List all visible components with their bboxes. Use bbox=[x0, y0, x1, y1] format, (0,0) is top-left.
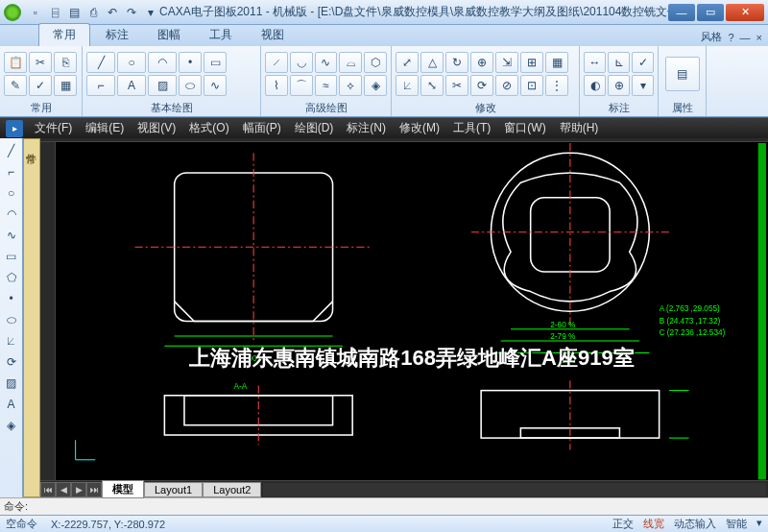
menu-annotate[interactable]: 标注(N) bbox=[341, 118, 392, 138]
adv2-button[interactable]: ◡ bbox=[290, 52, 313, 73]
drawing-canvas[interactable]: 100 A-A 2-60 % 2-79 % bbox=[56, 142, 768, 480]
ellipse-button[interactable]: ⬭ bbox=[179, 75, 202, 96]
tool-line-icon[interactable]: ╱ bbox=[3, 142, 20, 159]
properties-button[interactable]: ▤ bbox=[665, 57, 700, 91]
dim5-button[interactable]: ⊕ bbox=[608, 75, 630, 96]
status-dyninput[interactable]: 动态输入 bbox=[674, 517, 716, 531]
adv9-button[interactable]: ⟡ bbox=[339, 75, 362, 96]
rect-button[interactable]: ▭ bbox=[204, 52, 227, 73]
tab-prev-button[interactable]: ◀ bbox=[56, 482, 71, 497]
paste-button[interactable]: 📋 bbox=[4, 52, 27, 73]
menu-modify[interactable]: 修改(M) bbox=[394, 118, 445, 138]
qat-dropdown-icon[interactable]: ▾ bbox=[142, 4, 159, 21]
cut-button[interactable]: ✂ bbox=[29, 52, 52, 73]
menu-file[interactable]: 文件(F) bbox=[29, 118, 78, 138]
mod12-button[interactable]: ⊘ bbox=[495, 75, 518, 96]
mod3-button[interactable]: ↻ bbox=[445, 52, 468, 73]
brush-button[interactable]: ✎ bbox=[4, 75, 27, 96]
menu-app-icon[interactable]: ▸ bbox=[6, 120, 23, 137]
h-scrollbar[interactable] bbox=[263, 483, 766, 496]
ribbon-tab-view[interactable]: 视图 bbox=[248, 24, 298, 46]
select-button[interactable]: ▦ bbox=[54, 75, 77, 96]
point-button[interactable]: • bbox=[179, 52, 202, 73]
mod5-button[interactable]: ⇲ bbox=[495, 52, 518, 73]
copy-button[interactable]: ⎘ bbox=[54, 52, 77, 73]
adv8-button[interactable]: ≈ bbox=[315, 75, 338, 96]
hatch-button[interactable]: ▨ bbox=[148, 75, 177, 96]
menu-view[interactable]: 视图(V) bbox=[132, 118, 181, 138]
menu-format[interactable]: 格式(O) bbox=[183, 118, 234, 138]
menu-tools[interactable]: 工具(T) bbox=[447, 118, 496, 138]
mod1-button[interactable]: ⤢ bbox=[396, 52, 419, 73]
mod8-button[interactable]: ⟀ bbox=[396, 75, 419, 96]
adv6-button[interactable]: ⌇ bbox=[265, 75, 288, 96]
circle-button[interactable]: ○ bbox=[117, 52, 146, 73]
layout-tab-1[interactable]: Layout1 bbox=[144, 482, 203, 497]
pline-button[interactable]: ⌐ bbox=[86, 75, 115, 96]
menu-window[interactable]: 窗口(W) bbox=[498, 118, 551, 138]
doc-close-icon[interactable]: × bbox=[756, 32, 762, 43]
ribbon-tab-tools[interactable]: 工具 bbox=[196, 24, 246, 46]
ribbon-tab-annotate[interactable]: 标注 bbox=[92, 24, 142, 46]
qat-undo-icon[interactable]: ↶ bbox=[104, 4, 121, 21]
tool-poly-icon[interactable]: ⬠ bbox=[3, 269, 20, 286]
match-button[interactable]: ✓ bbox=[29, 75, 52, 96]
mod9-button[interactable]: ⤡ bbox=[420, 75, 444, 96]
mod2-button[interactable]: △ bbox=[420, 52, 444, 73]
ribbon-min-icon[interactable]: — bbox=[740, 32, 751, 43]
text-button[interactable]: A bbox=[117, 75, 146, 96]
mod11-button[interactable]: ⟳ bbox=[470, 75, 493, 96]
status-smart[interactable]: 智能 bbox=[726, 517, 747, 531]
qat-save-icon[interactable]: ▤ bbox=[65, 4, 83, 21]
tool-pline-icon[interactable]: ⌐ bbox=[3, 163, 20, 181]
adv7-button[interactable]: ⌒ bbox=[290, 75, 313, 96]
dim6-button[interactable]: ▾ bbox=[632, 75, 654, 96]
mod6-button[interactable]: ⊞ bbox=[520, 52, 543, 73]
tool-ellipse-icon[interactable]: ⬭ bbox=[3, 311, 20, 328]
dim2-button[interactable]: ⊾ bbox=[608, 52, 630, 73]
line-button[interactable]: ╱ bbox=[86, 52, 115, 73]
tool-circle-icon[interactable]: ○ bbox=[3, 184, 20, 202]
mod4-button[interactable]: ⊕ bbox=[470, 52, 493, 73]
dim1-button[interactable]: ↔ bbox=[584, 52, 606, 73]
adv4-button[interactable]: ⌓ bbox=[339, 52, 362, 73]
close-button[interactable]: ✕ bbox=[726, 4, 764, 21]
mod13-button[interactable]: ⊡ bbox=[520, 75, 543, 96]
qat-print-icon[interactable]: ⎙ bbox=[84, 4, 102, 21]
adv10-button[interactable]: ◈ bbox=[364, 75, 387, 96]
tool-hatch-icon[interactable]: ▨ bbox=[3, 375, 20, 392]
spline-button[interactable]: ∿ bbox=[204, 75, 227, 96]
layout-tab-2[interactable]: Layout2 bbox=[203, 482, 261, 497]
maximize-button[interactable]: ▭ bbox=[697, 4, 724, 21]
menu-frame[interactable]: 幅面(P) bbox=[237, 118, 287, 138]
tab-next-button[interactable]: ▶ bbox=[71, 482, 86, 497]
tab-first-button[interactable]: ⏮ bbox=[40, 482, 56, 497]
tool-point-icon[interactable]: • bbox=[3, 290, 20, 307]
minimize-button[interactable]: — bbox=[668, 4, 695, 21]
menu-edit[interactable]: 编辑(E) bbox=[80, 118, 130, 138]
tool-block-icon[interactable]: ◈ bbox=[3, 417, 20, 434]
style-label[interactable]: 风格 bbox=[701, 30, 722, 44]
status-dropdown-icon[interactable]: ▾ bbox=[756, 517, 762, 531]
tool-spline-icon[interactable]: ∿ bbox=[3, 227, 20, 244]
layout-tab-model[interactable]: 模型 bbox=[102, 480, 144, 498]
tool-arc-icon[interactable]: ◠ bbox=[3, 206, 20, 223]
arc-button[interactable]: ◠ bbox=[148, 52, 177, 73]
help-icon[interactable]: ? bbox=[728, 32, 733, 43]
tool-extend-icon[interactable]: ⟳ bbox=[3, 353, 20, 371]
qat-redo-icon[interactable]: ↷ bbox=[123, 4, 140, 21]
ribbon-tab-common[interactable]: 常用 bbox=[38, 23, 90, 46]
tool-text-icon[interactable]: A bbox=[3, 396, 20, 413]
adv3-button[interactable]: ∿ bbox=[315, 52, 338, 73]
ribbon-tab-frame[interactable]: 图幅 bbox=[144, 24, 194, 46]
menu-help[interactable]: 帮助(H) bbox=[554, 118, 605, 138]
dim3-button[interactable]: ✓ bbox=[632, 52, 654, 73]
mod7-button[interactable]: ▦ bbox=[545, 52, 568, 73]
dim4-button[interactable]: ◐ bbox=[584, 75, 606, 96]
adv1-button[interactable]: ⟋ bbox=[265, 52, 288, 73]
status-ortho[interactable]: 正交 bbox=[612, 517, 634, 531]
mod14-button[interactable]: ⋮ bbox=[545, 75, 568, 96]
tool-trim-icon[interactable]: ⟀ bbox=[3, 332, 20, 350]
side-panel-tab[interactable]: 常件 bbox=[23, 138, 40, 497]
qat-open-icon[interactable]: ⌸ bbox=[46, 4, 63, 21]
